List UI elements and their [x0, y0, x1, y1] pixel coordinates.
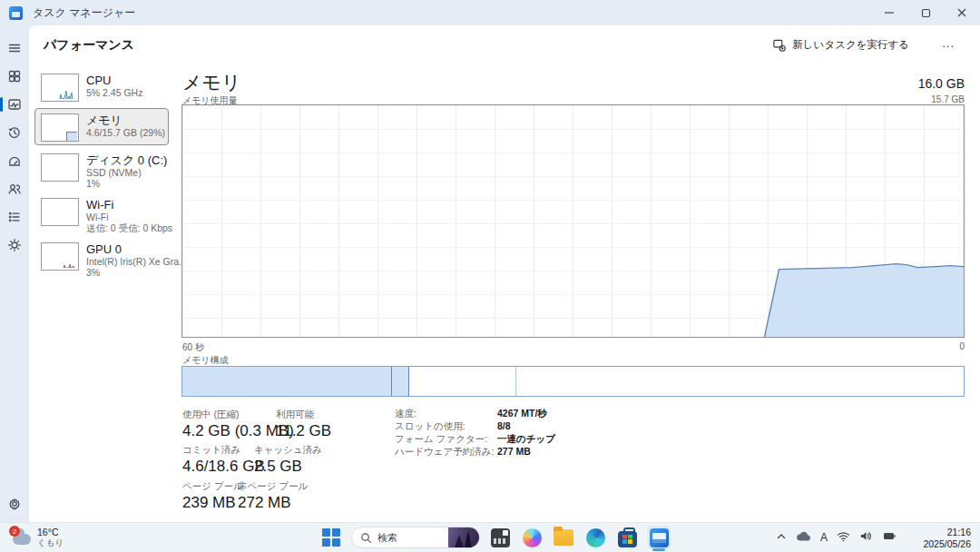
- in-use-label: 使用中 (圧縮): [182, 409, 239, 421]
- weather-temp: 16°C: [37, 527, 64, 537]
- ime-mode-indicator[interactable]: A: [820, 531, 828, 544]
- search-placeholder: 検索: [377, 531, 397, 545]
- battery-device-icon[interactable]: [882, 529, 897, 546]
- onedrive-cloud-icon[interactable]: [796, 529, 811, 546]
- memory-composition-bar[interactable]: [181, 366, 965, 397]
- memory-usage-area: [182, 105, 964, 337]
- memory-mini-chart: [41, 113, 79, 142]
- settings-gear-icon[interactable]: [3, 492, 26, 516]
- hw-reserved-label: ハードウェア予約済み:: [395, 446, 494, 458]
- clock-date: 2025/05/26: [923, 538, 971, 550]
- gpu-sub1: Intel(R) Iris(R) Xe Gra...: [86, 256, 162, 267]
- titlebar: タスク マネージャー: [0, 0, 980, 25]
- nav-services-icon[interactable]: [3, 233, 26, 257]
- taskbar-app-dark-icon[interactable]: [488, 526, 512, 549]
- task-manager-app-icon: [9, 6, 23, 20]
- speed-value: 4267 MT/秒: [497, 408, 547, 420]
- committed-label: コミット済み: [182, 444, 240, 457]
- wifi-sub1: Wi-Fi: [86, 212, 162, 222]
- navigation-rail: [0, 25, 29, 523]
- wifi-icon[interactable]: [837, 529, 850, 546]
- nav-app-history-icon[interactable]: [3, 121, 26, 144]
- nonpaged-pool-value: 272 MB: [238, 494, 291, 512]
- available-value: 11.2 GB: [276, 422, 331, 440]
- paged-pool-value: 239 MB: [182, 494, 236, 512]
- weather-condition: くもり: [37, 537, 64, 547]
- speaker-icon[interactable]: [859, 529, 873, 546]
- minimize-button[interactable]: [871, 0, 907, 25]
- page-title: パフォーマンス: [44, 37, 134, 54]
- file-explorer-icon[interactable]: [552, 526, 575, 549]
- slots-label: スロットの使用:: [395, 420, 466, 433]
- taskbar: 2 16°C くもり 検索: [0, 522, 980, 552]
- disk-mini-chart: [41, 153, 79, 182]
- copilot-icon[interactable]: [520, 526, 544, 549]
- store-briefcase-icon[interactable]: [615, 526, 639, 549]
- cpu-mini-chart: [41, 74, 79, 102]
- sidebar-item-gpu[interactable]: GPU 0 Intel(R) Iris(R) Xe Gra... 3%: [34, 237, 169, 279]
- speed-label: 速度:: [395, 408, 416, 420]
- window-title: タスク マネージャー: [33, 5, 135, 21]
- nav-users-icon[interactable]: [3, 177, 26, 201]
- committed-value: 4.6/18.6 GB: [182, 458, 265, 476]
- cpu-title: CPU: [86, 74, 142, 87]
- wifi-sub2: 送信: 0 受信: 0 Kbps: [86, 222, 162, 233]
- paged-pool-label: ページ プール: [182, 480, 243, 493]
- composition-modified-segment: [392, 367, 409, 396]
- nav-startup-apps-icon[interactable]: [3, 149, 26, 172]
- memory-total: 16.0 GB: [918, 76, 965, 91]
- gpu-mini-chart: [41, 242, 79, 271]
- memory-usage-chart: [181, 104, 965, 338]
- run-new-task-button[interactable]: 新しいタスクを実行する: [765, 34, 916, 55]
- slots-value: 8/8: [497, 420, 511, 431]
- windows-logo-icon: [322, 528, 340, 547]
- run-new-task-icon: [772, 38, 786, 52]
- sidebar-item-cpu[interactable]: CPU 5% 2.45 GHz: [34, 68, 169, 107]
- maximize-button[interactable]: [907, 0, 944, 25]
- taskbar-search[interactable]: 検索: [351, 527, 480, 548]
- task-manager-window: タスク マネージャー: [0, 0, 980, 552]
- sidebar-item-memory[interactable]: メモリ 4.6/15.7 GB (29%): [34, 108, 169, 145]
- form-factor-label: フォーム ファクター:: [395, 433, 487, 446]
- wifi-title: Wi-Fi: [86, 198, 162, 212]
- edge-browser-icon[interactable]: [583, 526, 607, 549]
- close-button[interactable]: [944, 0, 980, 25]
- search-highlight-image: [448, 527, 479, 547]
- nav-details-icon[interactable]: [3, 205, 26, 229]
- chart-axis-left: 60 秒: [182, 341, 204, 354]
- memory-page-title: メモリ: [182, 70, 240, 95]
- menu-hamburger-icon[interactable]: [3, 36, 26, 60]
- start-button[interactable]: [319, 526, 343, 549]
- available-label: 利用可能: [276, 409, 314, 421]
- chart-max-label: 15.7 GB: [931, 94, 965, 104]
- memory-composition-label: メモリ構成: [182, 354, 229, 367]
- chart-axis-right: 0: [959, 341, 965, 351]
- disk-sub2: 1%: [86, 178, 162, 189]
- gpu-title: GPU 0: [86, 242, 162, 256]
- hw-reserved-value: 277 MB: [497, 446, 531, 457]
- weather-widget[interactable]: 2 16°C くもり: [5, 524, 69, 551]
- clock-time: 21:16: [923, 527, 971, 538]
- search-icon: [360, 532, 372, 544]
- form-factor-value: 一連のチップ: [497, 433, 555, 446]
- disk-sub1: SSD (NVMe): [86, 167, 162, 178]
- memory-sub: 4.6/15.7 GB (29%): [86, 127, 162, 138]
- cpu-sub: 5% 2.45 GHz: [86, 87, 142, 98]
- more-options-button[interactable]: ...: [936, 34, 960, 52]
- sidebar-item-wifi[interactable]: Wi-Fi Wi-Fi 送信: 0 受信: 0 Kbps: [34, 192, 169, 234]
- composition-standby-segment: [409, 367, 516, 396]
- task-manager-taskbar-icon[interactable]: [647, 526, 671, 549]
- wifi-mini-chart: [41, 198, 79, 226]
- disk-title: ディスク 0 (C:): [86, 153, 162, 167]
- weather-cloud-icon: 2: [11, 527, 33, 547]
- cached-value: 2.5 GB: [254, 458, 302, 476]
- system-clock[interactable]: 21:16 2025/05/26: [923, 527, 971, 550]
- nav-performance-icon[interactable]: [3, 93, 26, 116]
- sidebar-item-disk[interactable]: ディスク 0 (C:) SSD (NVMe) 1%: [34, 148, 169, 190]
- notification-badge: 2: [9, 526, 20, 537]
- tray-chevron-up-icon[interactable]: [776, 529, 787, 546]
- memory-title: メモリ: [86, 113, 162, 127]
- nav-processes-icon[interactable]: [3, 64, 26, 88]
- composition-free-segment: [516, 367, 964, 396]
- nonpaged-pool-label: 非ページ プール: [238, 480, 308, 493]
